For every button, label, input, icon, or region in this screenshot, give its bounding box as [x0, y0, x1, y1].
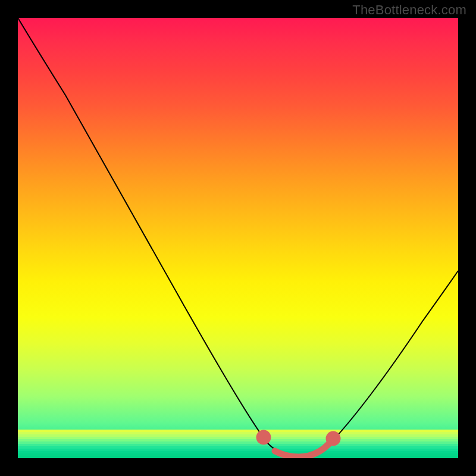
- svg-point-0: [259, 433, 268, 441]
- bottleneck-curve: [18, 18, 458, 457]
- watermark-text: TheBottleneck.com: [352, 2, 466, 18]
- highlight-band: [259, 433, 337, 457]
- curve-layer: [18, 18, 458, 458]
- plot-area: [18, 18, 458, 458]
- chart-frame: TheBottleneck.com: [0, 0, 476, 476]
- svg-point-1: [329, 434, 337, 443]
